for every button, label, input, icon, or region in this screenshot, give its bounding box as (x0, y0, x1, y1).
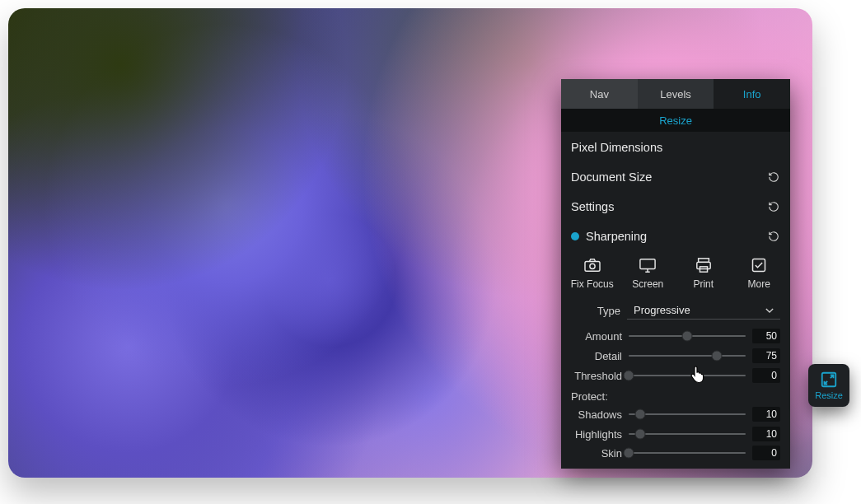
slider-label: Shadows (571, 408, 622, 421)
resize-tool-label: Resize (815, 390, 843, 400)
tab-info[interactable]: Info (714, 79, 790, 109)
preset-screen[interactable]: Screen (621, 257, 674, 290)
skin-slider[interactable] (629, 447, 746, 459)
svg-rect-0 (585, 262, 600, 272)
slider-bar (629, 452, 746, 454)
slider-threshold: Threshold 0 (561, 366, 790, 385)
reset-icon[interactable] (767, 200, 780, 213)
slider-knob[interactable] (711, 351, 722, 362)
slider-bar (629, 375, 746, 376)
section-pixel-dimensions[interactable]: Pixel Dimensions (561, 132, 790, 161)
slider-knob[interactable] (624, 371, 634, 381)
highlights-slider[interactable] (629, 428, 746, 440)
slider-label: Skin (571, 447, 622, 460)
camera-icon (583, 257, 601, 273)
amount-slider[interactable] (629, 330, 746, 342)
chevron-down-icon (765, 307, 774, 314)
slider-detail: Detail 75 (561, 346, 790, 366)
preset-label: More (748, 278, 770, 290)
section-settings[interactable]: Settings (561, 191, 790, 221)
resize-header[interactable]: Resize (561, 109, 790, 132)
detail-slider[interactable] (629, 350, 746, 362)
slider-knob[interactable] (635, 429, 646, 440)
section-label: Settings (571, 200, 767, 213)
slider-knob[interactable] (624, 448, 634, 459)
amount-value[interactable]: 50 (752, 329, 780, 343)
slider-amount: Amount 50 (561, 326, 790, 346)
threshold-slider[interactable] (629, 370, 746, 381)
svg-rect-4 (697, 262, 710, 268)
info-panel: Nav Levels Info Resize Pixel Dimensions … (561, 79, 790, 469)
slider-bar (629, 355, 746, 357)
svg-rect-6 (753, 259, 765, 272)
section-sharpening[interactable]: Sharpening (561, 221, 790, 250)
skin-value[interactable]: 0 (752, 446, 780, 460)
resize-tool-button[interactable]: Resize (808, 364, 849, 407)
resize-icon (820, 371, 838, 389)
sharpening-presets: Fix Focus Screen Print More (561, 250, 790, 298)
check-box-icon (750, 257, 768, 273)
section-label: Pixel Dimensions (571, 141, 780, 154)
monitor-icon (639, 257, 657, 273)
slider-knob[interactable] (682, 331, 693, 342)
slider-label: Detail (571, 350, 622, 362)
threshold-value[interactable]: 0 (752, 368, 780, 383)
section-document-size[interactable]: Document Size (561, 161, 790, 191)
preset-label: Fix Focus (571, 278, 614, 290)
shadows-slider[interactable] (629, 408, 746, 420)
slider-knob[interactable] (635, 409, 646, 420)
slider-label: Threshold (571, 370, 622, 382)
printer-icon (695, 257, 713, 273)
preset-print[interactable]: Print (677, 257, 730, 290)
type-row: Type Progressive (561, 298, 790, 326)
detail-value[interactable]: 75 (752, 348, 780, 363)
type-label: Type (571, 305, 620, 317)
tab-levels[interactable]: Levels (638, 79, 714, 109)
slider-label: Amount (571, 330, 622, 343)
shadows-value[interactable]: 10 (752, 407, 780, 422)
slider-bar (629, 413, 746, 415)
slider-highlights: Highlights 10 (561, 424, 790, 444)
svg-point-1 (590, 264, 595, 268)
slider-skin: Skin 0 (561, 444, 790, 469)
reset-icon[interactable] (767, 170, 780, 184)
slider-label: Highlights (571, 428, 622, 441)
preset-fix-focus[interactable]: Fix Focus (566, 257, 619, 290)
type-value: Progressive (634, 304, 690, 316)
preset-label: Screen (632, 278, 663, 290)
protect-label: Protect: (561, 385, 790, 404)
type-select[interactable]: Progressive (627, 301, 780, 320)
svg-rect-2 (640, 259, 655, 269)
section-label: Sharpening (586, 230, 767, 243)
slider-bar (629, 433, 746, 435)
tab-nav[interactable]: Nav (561, 79, 638, 109)
preset-label: Print (693, 278, 714, 290)
section-label: Document Size (571, 170, 767, 184)
reset-icon[interactable] (767, 230, 780, 243)
panel-tabs: Nav Levels Info (561, 79, 790, 109)
slider-shadows: Shadows 10 (561, 404, 790, 424)
highlights-value[interactable]: 10 (752, 427, 780, 441)
preset-more[interactable]: More (732, 257, 785, 290)
active-dot-icon (571, 232, 579, 240)
